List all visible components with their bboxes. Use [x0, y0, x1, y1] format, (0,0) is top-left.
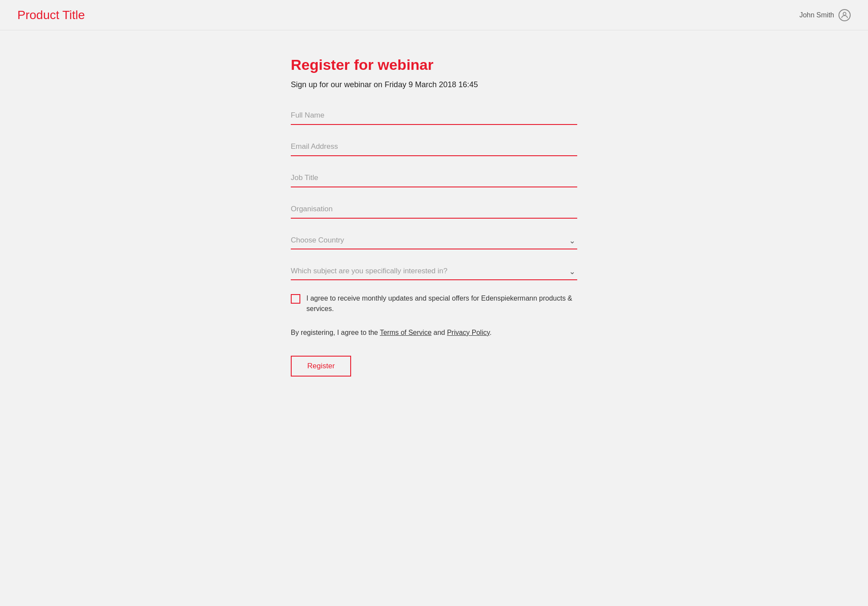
email-input[interactable]: [291, 138, 577, 156]
country-select-wrapper: Choose Country United States United King…: [291, 232, 577, 249]
terms-of-service-link[interactable]: Terms of Service: [380, 329, 431, 336]
job-title-group: [291, 169, 577, 187]
subject-select-wrapper: Which subject are you specifically inter…: [291, 262, 577, 280]
country-select[interactable]: Choose Country United States United King…: [291, 232, 577, 249]
terms-text-before: By registering, I agree to the: [291, 329, 380, 336]
organisation-group: [291, 200, 577, 219]
newsletter-checkbox-group: I agree to receive monthly updates and s…: [291, 293, 577, 314]
user-info: John Smith: [799, 9, 851, 21]
header: Product Title John Smith: [0, 0, 868, 30]
newsletter-checkbox[interactable]: [291, 294, 300, 304]
subject-select[interactable]: Which subject are you specifically inter…: [291, 262, 577, 280]
product-title: Product Title: [17, 8, 85, 22]
user-name-label: John Smith: [799, 11, 834, 19]
user-avatar-icon: [838, 9, 851, 21]
terms-text-after: .: [490, 329, 491, 336]
privacy-policy-link[interactable]: Privacy Policy: [447, 329, 490, 336]
organisation-input[interactable]: [291, 200, 577, 219]
full-name-group: [291, 107, 577, 125]
country-group: Choose Country United States United King…: [291, 232, 577, 249]
registration-form: Choose Country United States United King…: [291, 107, 577, 377]
terms-text-middle: and: [431, 329, 447, 336]
page-subtitle: Sign up for our webinar on Friday 9 Marc…: [291, 80, 577, 89]
newsletter-checkbox-label[interactable]: I agree to receive monthly updates and s…: [306, 293, 577, 314]
page-heading: Register for webinar: [291, 56, 577, 73]
job-title-input[interactable]: [291, 169, 577, 187]
svg-point-0: [843, 12, 846, 15]
register-button[interactable]: Register: [291, 356, 351, 377]
full-name-input[interactable]: [291, 107, 577, 125]
terms-text: By registering, I agree to the Terms of …: [291, 327, 577, 338]
subject-group: Which subject are you specifically inter…: [291, 262, 577, 280]
email-group: [291, 138, 577, 156]
main-content: Register for webinar Sign up for our web…: [282, 56, 586, 377]
